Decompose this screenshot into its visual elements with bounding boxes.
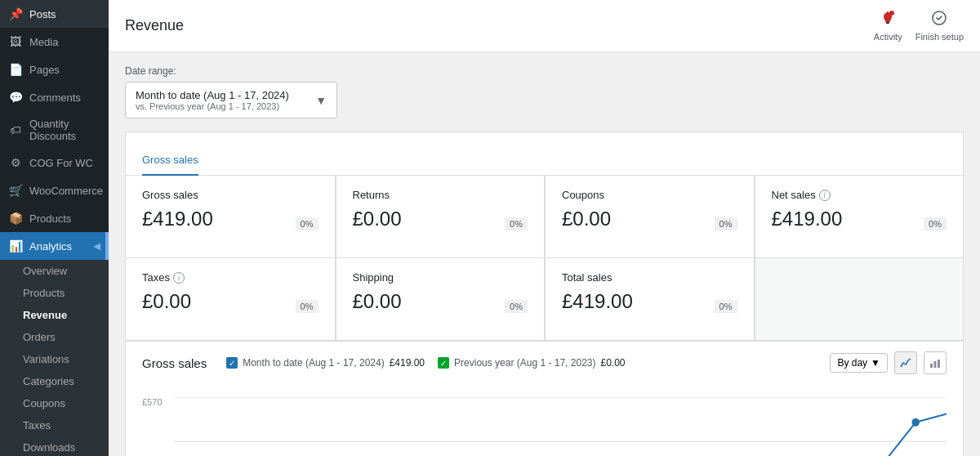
- submenu-label: Overview: [23, 265, 67, 277]
- stat-card-empty: [755, 258, 964, 340]
- stat-card-coupons: Coupons £0.00 0%: [545, 176, 754, 257]
- sidebar-item-comments[interactable]: 💬 Comments: [0, 83, 109, 111]
- activity-label: Activity: [874, 32, 902, 42]
- cog-icon: ⚙: [8, 155, 23, 170]
- svg-point-10: [911, 418, 919, 427]
- woocommerce-icon: 🛒: [8, 183, 23, 198]
- submenu-label: Orders: [23, 331, 56, 343]
- stat-row: £0.00 0%: [353, 284, 528, 313]
- date-range-selector[interactable]: Month to date (Aug 1 - 17, 2024) vs. Pre…: [125, 82, 337, 118]
- sidebar-item-quantity-discounts[interactable]: 🏷 Quantity Discounts: [0, 111, 109, 149]
- tab-gross-sales[interactable]: Gross sales: [142, 145, 198, 177]
- stat-label: Coupons: [562, 189, 737, 201]
- sidebar-subitem-taxes[interactable]: Taxes: [0, 414, 109, 436]
- chevron-left-icon: ◀: [93, 240, 100, 252]
- line-chart-button[interactable]: [894, 351, 917, 374]
- sidebar-subitem-overview[interactable]: Overview: [0, 260, 109, 282]
- stat-value: £0.00: [353, 208, 402, 230]
- stat-card-returns: Returns £0.00 0%: [336, 176, 545, 257]
- date-range-text: Month to date (Aug 1 - 17, 2024) vs. Pre…: [136, 89, 289, 111]
- sidebar-item-label: Products: [29, 212, 71, 225]
- stat-value: £0.00: [562, 208, 611, 230]
- info-icon[interactable]: i: [173, 272, 185, 284]
- stat-label: Taxes i: [142, 271, 318, 284]
- sidebar-item-label: COG For WC: [29, 157, 93, 169]
- legend-item-previous: ✓ Previous year (Aug 1 - 17, 2023) £0.00: [438, 357, 625, 369]
- bar-chart-button[interactable]: [924, 351, 947, 374]
- sidebar-item-products[interactable]: 📦 Products: [0, 204, 109, 232]
- finish-setup-label: Finish setup: [915, 32, 964, 42]
- chart-controls: By day ▼: [830, 351, 947, 374]
- by-day-selector[interactable]: By day ▼: [830, 353, 888, 373]
- legend-label-previous: Previous year (Aug 1 - 17, 2023): [454, 357, 595, 369]
- quantity-discounts-icon: 🏷: [8, 123, 23, 137]
- stat-label: Gross sales: [142, 189, 318, 201]
- sidebar-item-label: Media: [29, 36, 58, 48]
- stats-grid: Gross sales £419.00 0% Returns £0.00 0%: [126, 176, 963, 258]
- sidebar-item-pages[interactable]: 📄 Pages: [0, 56, 109, 83]
- info-icon[interactable]: i: [819, 190, 831, 201]
- sidebar-item-analytics[interactable]: 📊 Analytics ◀: [0, 232, 109, 260]
- sidebar-subitem-downloads[interactable]: Downloads: [0, 436, 109, 456]
- sidebar-subitem-revenue[interactable]: Revenue: [0, 304, 109, 326]
- products-icon: 📦: [8, 211, 23, 226]
- legend-item-current: ✓ Month to date (Aug 1 - 17, 2024) £419.…: [226, 357, 425, 369]
- finish-setup-button[interactable]: Finish setup: [915, 10, 964, 42]
- stat-badge: 0%: [505, 300, 528, 313]
- line-chart-icon: [900, 357, 911, 369]
- stat-card-total-sales: Total sales £419.00 0%: [545, 258, 754, 340]
- chart-line-svg: [175, 397, 947, 456]
- stat-value: £419.00: [142, 208, 213, 230]
- stat-row: £419.00 0%: [142, 201, 318, 230]
- stat-row: £419.00 0%: [772, 201, 947, 230]
- legend-checkbox-previous[interactable]: ✓: [438, 357, 449, 369]
- sidebar-item-label: Comments: [29, 92, 81, 104]
- sidebar-subitem-categories[interactable]: Categories: [0, 370, 109, 392]
- analytics-submenu: Overview Products Revenue Orders Variati…: [0, 260, 109, 456]
- svg-rect-5: [938, 360, 940, 368]
- stat-card-net-sales: Net sales i £419.00 0%: [755, 176, 964, 257]
- media-icon: 🖼: [8, 34, 23, 49]
- sidebar-item-label: Analytics: [29, 240, 72, 253]
- legend-value-previous: £0.00: [600, 357, 625, 369]
- date-range-label: Date range:: [125, 65, 964, 77]
- comments-icon: 💬: [8, 90, 23, 105]
- finish-setup-icon: [931, 10, 947, 30]
- by-day-label: By day: [837, 357, 867, 369]
- stat-label: Returns: [353, 189, 528, 201]
- page-title: Revenue: [125, 17, 184, 34]
- stat-badge: 0%: [715, 300, 737, 313]
- header-actions: Activity Finish setup: [874, 10, 964, 42]
- y-label-top: £570: [142, 397, 162, 407]
- stat-badge: 0%: [715, 217, 737, 230]
- chart-grid: [175, 397, 947, 456]
- stat-row: £0.00 0%: [562, 201, 737, 230]
- main-content: Revenue Activity: [109, 0, 980, 456]
- stat-label: Net sales i: [772, 189, 947, 201]
- sidebar-subitem-coupons[interactable]: Coupons: [0, 392, 109, 414]
- submenu-label: Products: [23, 287, 65, 299]
- sidebar-item-media[interactable]: 🖼 Media: [0, 28, 109, 56]
- stat-row: £0.00 0%: [353, 201, 528, 230]
- analytics-icon: 📊: [8, 239, 23, 253]
- legend-checkbox-current[interactable]: ✓: [226, 357, 238, 369]
- chart-y-labels: £570 £380 £190: [142, 397, 162, 456]
- svg-point-1: [889, 11, 894, 16]
- activity-button[interactable]: Activity: [874, 10, 902, 42]
- chevron-down-icon: ▼: [315, 94, 327, 107]
- submenu-label: Variations: [23, 353, 69, 365]
- sidebar-item-cog-for-wc[interactable]: ⚙ COG For WC: [0, 149, 109, 177]
- main-header: Revenue Activity: [109, 0, 980, 52]
- svg-rect-4: [934, 361, 937, 368]
- sidebar-subitem-orders[interactable]: Orders: [0, 326, 109, 348]
- activity-icon: [880, 10, 896, 30]
- sidebar-item-woocommerce[interactable]: 🛒 WooCommerce: [0, 177, 109, 204]
- sidebar-subitem-products[interactable]: Products: [0, 282, 109, 304]
- legend-value-current: £419.00: [390, 357, 425, 369]
- sidebar-subitem-variations[interactable]: Variations: [0, 348, 109, 370]
- sidebar-item-posts[interactable]: 📌 Posts: [0, 0, 109, 28]
- stat-row: £419.00 0%: [562, 284, 737, 313]
- stats-grid-row2: Taxes i £0.00 0% Shipping £0.00 0%: [126, 258, 963, 341]
- stats-wrapper: Gross sales Gross sales £419.00 0% Retu: [125, 132, 964, 456]
- stat-value: £419.00: [562, 290, 633, 313]
